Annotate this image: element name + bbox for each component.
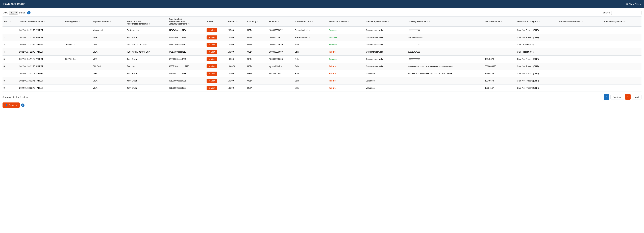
th-transaction-category[interactable]: Transaction Category ⇅ xyxy=(516,17,557,27)
table-row: 1 2022-01-31 11:19 AM EST Mastercard Cus… xyxy=(2,27,642,34)
show-filters-button[interactable]: ▤ Show Filters xyxy=(626,3,641,5)
search-input[interactable] xyxy=(611,11,642,15)
th-amount[interactable]: Amount ⇅ xyxy=(226,17,246,27)
view-button[interactable]: ➔ View xyxy=(206,43,217,47)
cell-terminal-serial xyxy=(557,85,602,92)
cell-amount: 100.00 xyxy=(226,70,246,77)
th-card-number[interactable]: Card Number/Account Number/Gateway Usern… xyxy=(168,17,206,27)
cell-transaction-date: 2022-01-24 11:34 AM EST xyxy=(18,56,64,63)
cell-transaction-date: 2022-01-24 12:43 PM EST xyxy=(18,48,64,56)
cell-transaction-type: Pre-Authorization xyxy=(294,27,328,34)
view-arrow-icon: ➔ xyxy=(208,58,210,60)
view-arrow-icon: ➔ xyxy=(208,51,210,53)
export-button[interactable]: 👤 Export » xyxy=(2,102,20,108)
table-row: 3 2022-01-24 12:51 PM EST 2022-01-24 VIS… xyxy=(2,41,642,48)
cell-transaction-type: Sale xyxy=(294,70,328,77)
cell-currency: USD xyxy=(246,41,268,48)
view-button[interactable]: ➔ View xyxy=(206,86,217,90)
cell-posting-date: 2022-01-24 xyxy=(64,56,92,63)
cell-created-by: velaa.user xyxy=(365,70,407,77)
th-order-id[interactable]: Order Id ⇅ xyxy=(268,17,294,27)
th-sno[interactable]: S.No. ⇅ xyxy=(2,17,18,27)
th-transaction-type[interactable]: Transaction Type ⇅ xyxy=(294,17,328,27)
view-button[interactable]: ➔ View xyxy=(206,64,217,68)
page-2-button[interactable]: 2 xyxy=(604,94,609,100)
sort-icon-name: ⇅ xyxy=(149,23,150,25)
cell-posting-date xyxy=(64,27,92,34)
notification-badge: 1 xyxy=(27,11,30,15)
view-button[interactable]: ➔ View xyxy=(206,50,217,54)
page-1-button[interactable]: 1 xyxy=(625,94,630,100)
cell-payment-method: VISA xyxy=(92,41,126,48)
export-area: 👤 Export » 3 xyxy=(2,102,642,108)
status-badge: Success xyxy=(329,29,337,32)
cell-card-number: 47617390xxxx0119 xyxy=(168,48,206,56)
th-currency[interactable]: Currency ⇅ xyxy=(246,17,268,27)
cell-sno: 5 xyxy=(2,56,18,63)
cell-name-on-card: John Smith xyxy=(126,85,168,92)
view-button[interactable]: ➔ View xyxy=(206,79,217,83)
cell-created-by: Customeruser.vela xyxy=(365,27,407,34)
cell-transaction-status: Failure xyxy=(328,63,365,70)
cell-order-id: 100000000071 xyxy=(268,34,294,41)
cell-card-number: 40120000xxxx0026 xyxy=(168,85,206,92)
view-button[interactable]: ➔ View xyxy=(206,28,217,32)
cell-transaction-date: 2022-01-24 12:51 PM EST xyxy=(18,41,64,48)
cell-currency: USD xyxy=(246,34,268,41)
cell-order-id xyxy=(268,77,294,85)
entries-per-page-select[interactable]: 200 10 25 50 100 xyxy=(9,11,18,15)
cell-transaction-type: Pre-Authorization xyxy=(294,34,328,41)
cell-terminal-entry xyxy=(602,34,642,41)
cell-name-on-card: John Smith xyxy=(126,70,168,77)
table-row: 5 2022-01-24 11:34 AM EST 2022-01-24 VIS… xyxy=(2,56,642,63)
th-invoice-number[interactable]: Invoice Number ⇅ xyxy=(484,17,516,27)
cell-action: ➔ View xyxy=(206,56,226,63)
th-posting-date[interactable]: Posting Date ⇅ xyxy=(64,17,92,27)
cell-terminal-entry xyxy=(602,27,642,34)
show-label: Show xyxy=(2,12,8,14)
cell-payment-method: Mastercard xyxy=(92,27,126,34)
th-action: Action xyxy=(206,17,226,27)
pagination: 2 Previous 1 Next xyxy=(604,94,642,100)
view-button[interactable]: ➔ View xyxy=(206,72,217,76)
cell-transaction-status: Failure xyxy=(328,48,365,56)
cell-payment-method: VISA xyxy=(92,85,126,92)
next-button[interactable]: Next xyxy=(632,95,642,99)
view-arrow-icon: ➔ xyxy=(208,80,210,82)
cell-posting-date xyxy=(64,77,92,85)
cell-gateway-ref: 852013404390 xyxy=(407,48,484,56)
cell-name-on-card: Test Card 02 UAT USA xyxy=(126,41,168,48)
cell-invoice-number xyxy=(484,34,516,41)
cell-invoice-number: 12345678 xyxy=(484,56,516,63)
cell-sno: 4 xyxy=(2,48,18,56)
status-badge: Failure xyxy=(329,51,336,53)
table-body: 1 2022-01-31 11:19 AM EST Mastercard Cus… xyxy=(2,27,642,92)
th-terminal-serial[interactable]: Terminal Serial Number ⇅ xyxy=(557,17,602,27)
cell-posting-date xyxy=(64,85,92,92)
cell-action: ➔ View xyxy=(206,63,226,70)
th-gateway-ref[interactable]: Gateway Reference # ⇅ xyxy=(407,17,484,27)
th-transaction-status[interactable]: Transaction Status ⇅ xyxy=(328,17,365,27)
th-transaction-date[interactable]: Transaction Date & Time ⇅ xyxy=(18,17,64,27)
cell-order-id: qy1mx83fz9dc xyxy=(268,63,294,70)
cell-action: ➔ View xyxy=(206,85,226,92)
cell-currency: USD xyxy=(246,70,268,77)
status-badge: Success xyxy=(329,44,337,46)
cell-payment-method: VISA xyxy=(92,56,126,63)
cell-action: ➔ View xyxy=(206,70,226,77)
cell-terminal-entry xyxy=(602,56,642,63)
th-created-by[interactable]: Created By Username ⇅ xyxy=(365,17,407,27)
cell-transaction-category: Card Not Present (CNP) xyxy=(516,70,557,77)
previous-button[interactable]: Previous xyxy=(610,95,624,99)
main-content: Show 200 10 25 50 100 entries 1 Search: xyxy=(0,8,644,233)
th-name-on-card[interactable]: Name On Card/Account Holder Name ⇅ xyxy=(126,17,168,27)
cell-amount: 100.00 xyxy=(226,56,246,63)
cell-card-number: 47882500xxxx8291 xyxy=(168,34,206,41)
cell-action: ➔ View xyxy=(206,34,226,41)
sort-icon-terminal: ⇅ xyxy=(582,21,583,23)
view-arrow-icon: ➔ xyxy=(208,29,210,32)
th-terminal-entry[interactable]: Terminal Entry Mode ⇅ xyxy=(602,17,642,27)
view-button[interactable]: ➔ View xyxy=(206,57,217,61)
th-payment-method[interactable]: Payment Method ⇅ xyxy=(92,17,126,27)
view-button[interactable]: ➔ View xyxy=(206,36,217,40)
